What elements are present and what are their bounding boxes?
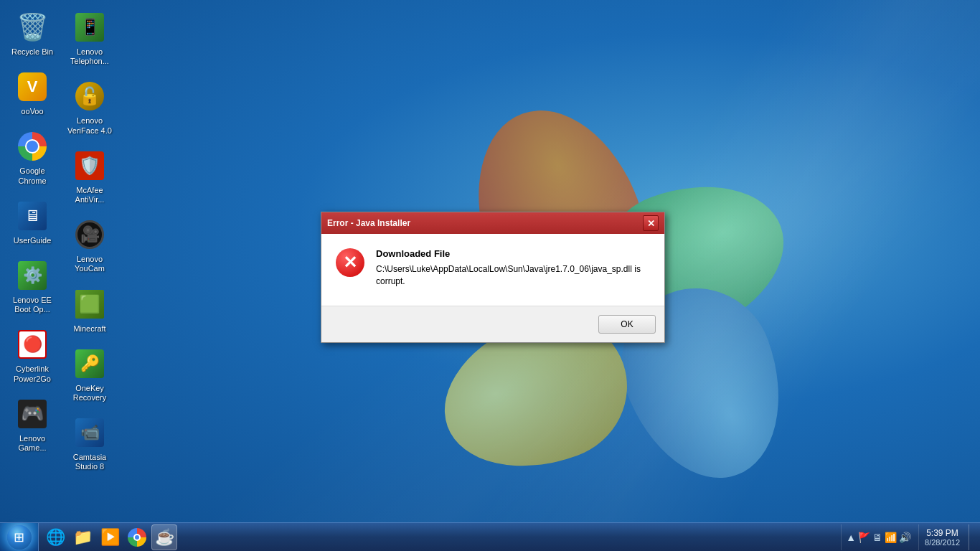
taskbar-icon-explorer[interactable]: 📁 [70, 524, 95, 550]
chrome-taskbar-icon [128, 528, 146, 547]
lenovo-ee-icon: ⚙️ [15, 258, 50, 293]
youcam-label: Lenovo YouCam [67, 255, 112, 273]
desktop-icon-veriface[interactable]: 🔓 Lenovo VeriFace 4.0 [65, 76, 115, 138]
onekey-icon: 🔑 [72, 347, 107, 381]
desktop-icon-camtasia[interactable]: 📹 Camtasia Studio 8 [65, 413, 115, 474]
desktop-icon-lenovo-game[interactable]: 🎮 Lenovo Game... [7, 394, 57, 456]
veriface-icon: 🔓 [72, 79, 107, 113]
system-tray: ▲ 🚩 🖥 📶 🔊 [841, 524, 915, 550]
minecraft-label: Minecraft [73, 324, 105, 334]
dialog-body: ✕ Downloaded File C:\Users\Luke\AppData\… [321, 234, 664, 306]
oovoo-icon: V [15, 70, 50, 104]
recycle-bin-label: Recycle Bin [11, 47, 53, 57]
clock-date: 8/28/2012 [925, 538, 960, 547]
taskbar-pinned-icons: 🌐 📁 ▶️ ☕ [39, 523, 181, 551]
lenovo-tel-label: Lenovo Telephon... [67, 47, 112, 66]
desktop-icon-minecraft[interactable]: 🟩 Minecraft [65, 284, 115, 336]
dialog-close-button[interactable]: ✕ [643, 215, 659, 231]
chrome-label: Google Chrome [10, 166, 55, 185]
tray-network[interactable]: 📶 [885, 532, 897, 543]
onekey-label: OneKey Recovery [67, 384, 112, 402]
desktop-icon-mcafee[interactable]: 🛡️ McAfee AntiVir... [65, 146, 115, 207]
veriface-label: Lenovo VeriFace 4.0 [67, 116, 112, 135]
dialog-message-title: Downloaded File [376, 248, 650, 259]
lenovo-game-label: Lenovo Game... [10, 434, 55, 453]
recycle-bin-icon: 🗑️ [15, 10, 50, 44]
tray-volume[interactable]: 🔊 [899, 532, 911, 543]
taskbar: 🌐 📁 ▶️ ☕ ▲ 🚩 🖥 📶 🔊 [0, 522, 980, 551]
desktop: 🗑️ Recycle Bin V ooVoo Google Chrome 🖥 U… [0, 0, 980, 551]
show-desktop-button[interactable] [969, 524, 974, 550]
ie-icon: 🌐 [46, 528, 65, 547]
dialog-message-text: C:\Users\Luke\AppData\LocalLow\Sun\Java\… [376, 263, 650, 288]
mediaplayer-icon: ▶️ [100, 528, 120, 547]
desktop-icon-lenovo-ee[interactable]: ⚙️ Lenovo EE Boot Op... [7, 255, 57, 317]
lenovo-tel-icon: 📱 [72, 10, 107, 44]
java-icon: ☕ [155, 528, 174, 547]
desktop-icon-onekey[interactable]: 🔑 OneKey Recovery [65, 344, 115, 405]
dialog-message: Downloaded File C:\Users\Luke\AppData\Lo… [376, 248, 650, 288]
desktop-icon-area: 🗑️ Recycle Bin V ooVoo Google Chrome 🖥 U… [0, 0, 115, 522]
dialog-title: Error - Java Installer [327, 218, 410, 228]
clock-time: 5:39 PM [926, 528, 958, 538]
taskbar-icon-mediaplayer[interactable]: ▶️ [97, 524, 123, 550]
clock[interactable]: 5:39 PM 8/28/2012 [918, 524, 966, 550]
taskbar-right: ▲ 🚩 🖥 📶 🔊 5:39 PM 8/28/2012 [841, 524, 980, 550]
explorer-icon: 📁 [73, 528, 93, 547]
mcafee-icon: 🛡️ [72, 149, 107, 183]
chrome-icon [15, 129, 50, 164]
dialog-footer: OK [321, 306, 664, 342]
error-dialog: Error - Java Installer ✕ ✕ Downloaded Fi… [321, 212, 665, 343]
desktop-icon-cyberlink[interactable]: 🔴 Cyberlink Power2Go [7, 324, 57, 386]
mcafee-label: McAfee AntiVir... [67, 186, 112, 204]
lenovo-ee-label: Lenovo EE Boot Op... [10, 296, 55, 314]
start-orb [7, 525, 32, 550]
desktop-icon-oovoo[interactable]: V ooVoo [7, 67, 57, 119]
tray-up-arrow[interactable]: ▲ [846, 532, 856, 543]
desktop-icon-recycle-bin[interactable]: 🗑️ Recycle Bin [7, 7, 57, 60]
start-button[interactable] [0, 523, 39, 552]
userguide-icon: 🖥 [15, 199, 50, 233]
dialog-titlebar: Error - Java Installer ✕ [321, 212, 664, 234]
taskbar-icon-ie[interactable]: 🌐 [42, 524, 68, 550]
cyberlink-icon: 🔴 [15, 327, 50, 362]
tray-monitor[interactable]: 🖥 [872, 532, 882, 543]
taskbar-icon-java[interactable]: ☕ [151, 524, 177, 550]
desktop-icon-chrome[interactable]: Google Chrome [7, 126, 57, 188]
taskbar-icon-chrome[interactable] [124, 524, 150, 550]
cyberlink-label: Cyberlink Power2Go [10, 364, 55, 383]
camtasia-icon: 📹 [72, 415, 107, 450]
desktop-icon-lenovo-tel[interactable]: 📱 Lenovo Telephon... [65, 7, 115, 69]
lenovo-game-icon: 🎮 [15, 397, 50, 431]
error-icon: ✕ [336, 248, 364, 277]
dialog-ok-button[interactable]: OK [598, 315, 656, 334]
userguide-label: UserGuide [14, 236, 52, 245]
desktop-icon-userguide[interactable]: 🖥 UserGuide [7, 196, 57, 248]
camtasia-label: Camtasia Studio 8 [67, 453, 112, 471]
minecraft-icon: 🟩 [72, 287, 107, 321]
desktop-icon-youcam[interactable]: 🎥 Lenovo YouCam [65, 215, 115, 276]
oovoo-label: ooVoo [21, 107, 43, 116]
tray-flag[interactable]: 🚩 [858, 532, 870, 543]
youcam-icon: 🎥 [72, 217, 107, 252]
